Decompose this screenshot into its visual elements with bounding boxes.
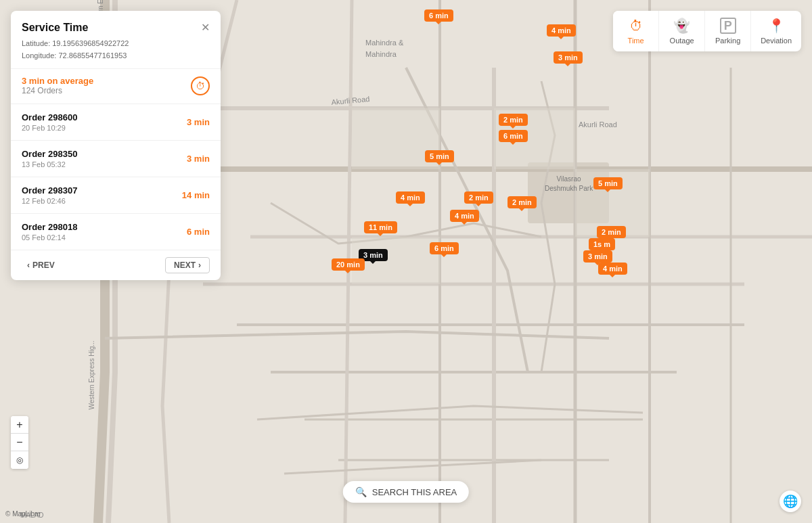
zoom-reset-button[interactable]: ◎	[11, 451, 28, 469]
order-date-2: 13 Feb 05:32	[22, 160, 77, 168]
order-time-3: 14 min	[182, 190, 210, 200]
marker-4min-2[interactable]: 4 min	[396, 191, 425, 204]
avg-info: 3 min on average 124 Orders	[22, 76, 93, 95]
marker-6min-3[interactable]: 6 min	[430, 242, 459, 254]
order-row-2[interactable]: Order 298350 13 Feb 05:32 3 min	[11, 140, 221, 177]
order-time-2: 3 min	[187, 154, 210, 164]
marker-2min-3[interactable]: 2 min	[508, 196, 537, 208]
marker-5min-1[interactable]: 5 min	[425, 150, 454, 162]
marker-11min[interactable]: 11 min	[364, 221, 397, 233]
deviation-icon: 📍	[768, 18, 785, 34]
order-date-1: 20 Feb 10:29	[22, 124, 77, 132]
order-time-4: 6 min	[187, 227, 210, 237]
order-num-1: Order 298600	[22, 112, 77, 122]
marker-3min-2[interactable]: 3 min	[583, 250, 612, 263]
marker-6min-2[interactable]: 6 min	[499, 130, 528, 142]
map-label-highway-bottom: Western Express Hig...	[88, 340, 95, 409]
prev-chevron-icon: ‹	[27, 260, 30, 270]
tab-time-label: Time	[628, 37, 644, 45]
panel-title: Service Time	[22, 22, 88, 34]
zoom-out-button[interactable]: −	[11, 434, 28, 451]
order-row-4[interactable]: Order 298018 05 Feb 02:14 6 min	[11, 213, 221, 250]
order-time-1: 3 min	[187, 117, 210, 127]
close-button[interactable]: ✕	[201, 22, 210, 33]
parking-icon: P	[720, 18, 736, 34]
marker-2min-4[interactable]: 2 min	[597, 226, 626, 238]
tab-deviation-label: Deviation	[761, 37, 792, 45]
marker-4min-3[interactable]: 4 min	[450, 210, 479, 222]
order-info-4: Order 298018 05 Feb 02:14	[22, 222, 77, 242]
search-icon: 🔍	[355, 486, 367, 497]
map-attribution: © MapLibre	[5, 510, 41, 518]
globe-button[interactable]: 🌐	[780, 491, 801, 512]
order-num-2: Order 298350	[22, 149, 77, 159]
clock-icon: ⏱	[191, 76, 210, 95]
latitude-label: Latitude: 19.1956396854922722	[22, 38, 210, 50]
panel-coords: Latitude: 19.1956396854922722 Longitude:…	[11, 37, 221, 68]
tab-outage-label: Outage	[670, 37, 694, 45]
order-num-4: Order 298018	[22, 222, 77, 232]
tab-parking-label: Parking	[715, 37, 740, 45]
marker-5min-2[interactable]: 5 min	[593, 177, 623, 189]
tab-time[interactable]: ⏱ Time	[613, 11, 659, 51]
avg-orders: 124 Orders	[22, 86, 93, 95]
zoom-in-button[interactable]: +	[11, 416, 28, 434]
prev-button[interactable]: ‹ PREV	[22, 258, 60, 273]
zoom-controls: + − ◎	[11, 416, 28, 469]
marker-3min-1[interactable]: 3 min	[554, 51, 583, 64]
marker-6min-top[interactable]: 6 min	[424, 9, 453, 22]
order-date-4: 05 Feb 02:14	[22, 233, 77, 242]
longitude-label: Longitude: 72.86855477161953	[22, 50, 210, 62]
next-button[interactable]: NEXT ›	[165, 257, 210, 273]
order-date-3: 12 Feb 02:46	[22, 197, 77, 205]
marker-4min-4[interactable]: 4 min	[598, 263, 627, 275]
marker-20min[interactable]: 20 min	[332, 258, 365, 271]
tabs-panel: ⏱ Time 👻 Outage P Parking 📍 Deviation	[613, 11, 801, 51]
order-row-1[interactable]: Order 298600 20 Feb 10:29 3 min	[11, 104, 221, 140]
tab-deviation[interactable]: 📍 Deviation	[751, 11, 801, 51]
panel-avg-section: 3 min on average 124 Orders ⏱	[11, 68, 221, 104]
panel-header: Service Time ✕	[11, 11, 221, 37]
marker-2min-1[interactable]: 2 min	[499, 114, 528, 126]
marker-2min-2[interactable]: 2 min	[464, 191, 493, 204]
pagination: ‹ PREV NEXT ›	[11, 250, 221, 280]
order-row-3[interactable]: Order 298307 12 Feb 02:46 14 min	[11, 177, 221, 213]
svg-text:Akurli Road: Akurli Road	[579, 120, 617, 129]
service-panel: Service Time ✕ Latitude: 19.195639685492…	[11, 11, 221, 280]
avg-text: 3 min on average	[22, 76, 93, 86]
next-chevron-icon: ›	[198, 260, 201, 270]
search-bar[interactable]: 🔍 SEARCH THIS AREA	[343, 481, 469, 503]
order-info-2: Order 298350 13 Feb 05:32	[22, 149, 77, 168]
tab-outage[interactable]: 👻 Outage	[659, 11, 705, 51]
order-info-1: Order 298600 20 Feb 10:29	[22, 112, 77, 132]
order-num-3: Order 298307	[22, 185, 77, 196]
outage-icon: 👻	[673, 18, 690, 34]
marker-1smin[interactable]: 1s m	[589, 238, 615, 250]
search-label: SEARCH THIS AREA	[372, 487, 457, 497]
time-icon: ⏱	[629, 18, 643, 34]
order-info-3: Order 298307 12 Feb 02:46	[22, 185, 77, 205]
marker-4min-1[interactable]: 4 min	[547, 24, 576, 37]
tab-parking[interactable]: P Parking	[705, 11, 751, 51]
